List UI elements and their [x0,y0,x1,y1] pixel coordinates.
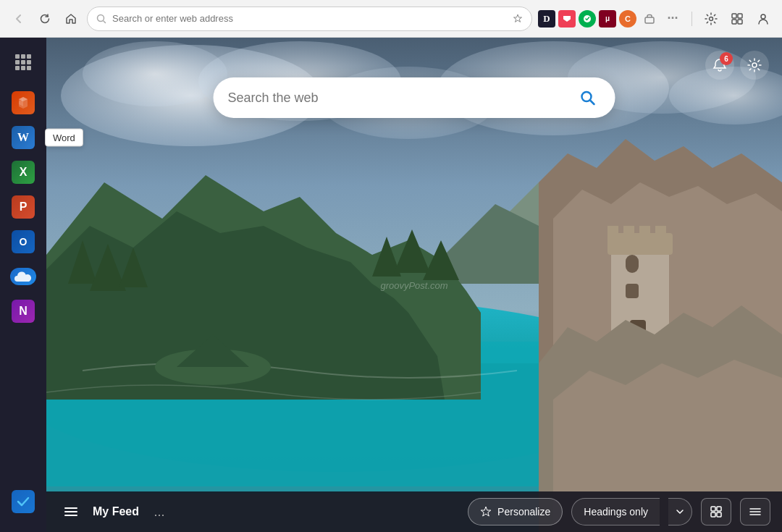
extension-toolbar: D μ C ··· [538,9,683,29]
notification-button[interactable]: 6 [705,51,734,80]
headings-caret-button[interactable] [668,498,692,525]
page-container: W Word X P O N [0,38,782,532]
svg-rect-1 [645,17,654,23]
svg-rect-31 [626,255,639,273]
ext-dashlane-icon[interactable]: D [538,10,555,28]
sidebar-item-word[interactable]: W Word [7,122,39,153]
svg-rect-6 [738,20,742,24]
chevron-down-icon [676,507,684,516]
browser-chrome: D μ C ··· [0,0,782,38]
onedrive-icon [10,268,36,285]
ext-c-icon[interactable]: C [619,10,636,28]
top-right-icons: 6 [705,51,769,80]
list-view-icon [749,505,762,518]
svg-point-0 [98,14,104,21]
search-button[interactable] [575,85,601,111]
svg-rect-49 [717,512,721,517]
address-input[interactable] [112,13,507,24]
sidebar-item-onenote[interactable]: N [7,295,39,327]
address-bar[interactable] [87,7,532,31]
svg-point-45 [752,63,757,67]
todo-icon [12,490,35,513]
ext-green-icon[interactable] [579,10,596,28]
word-icon: W [12,126,35,149]
bottom-bar: My Feed ... Personalize Headings only [46,491,782,532]
office-icon [12,91,35,114]
ext-more-icon[interactable]: ··· [663,9,683,29]
address-search-icon [96,14,106,24]
ext-ublock-icon[interactable]: μ [599,10,616,28]
svg-rect-27 [607,226,618,240]
main-content: groovyPost.com 6 [46,38,782,532]
grid-view-button[interactable] [701,498,731,525]
headings-only-button[interactable]: Headings only [571,498,660,525]
star-icon[interactable] [513,14,523,24]
search-icon [579,89,597,106]
page-settings-button[interactable] [740,51,769,80]
hamburger-icon [64,504,78,519]
onenote-icon: N [12,300,35,323]
apps-grid-icon [15,54,31,70]
svg-point-7 [761,14,765,19]
powerpoint-icon: P [12,195,35,219]
svg-rect-4 [738,14,742,18]
grid-view-icon [710,505,723,518]
personalize-button[interactable]: Personalize [468,498,563,525]
notification-badge: 6 [720,52,733,65]
star-personalize-icon [480,506,492,518]
svg-rect-48 [711,512,715,517]
sidebar-item-outlook[interactable]: O [7,226,39,258]
svg-rect-46 [711,507,715,511]
svg-point-11 [83,41,227,106]
sidebar-item-powerpoint[interactable]: P [7,191,39,223]
svg-rect-28 [623,226,634,240]
list-view-button[interactable] [740,498,770,525]
search-bar[interactable] [214,77,615,118]
svg-point-2 [710,17,713,20]
sidebar: W Word X P O N [0,38,46,532]
feed-more-button[interactable]: ... [148,500,171,523]
hamburger-menu-button[interactable] [58,499,84,525]
svg-rect-30 [655,226,666,240]
refresh-button[interactable] [35,9,55,29]
settings-gear-icon[interactable] [701,9,721,29]
sidebar-item-excel[interactable]: X [7,156,39,188]
ext-briefcase-icon[interactable] [639,9,660,29]
back-button[interactable] [9,9,29,29]
profile-icon[interactable] [753,9,773,29]
svg-rect-32 [626,284,639,298]
svg-rect-5 [732,20,736,24]
toolbar-divider [691,12,692,26]
svg-rect-47 [717,507,721,511]
my-feed-label: My Feed [93,505,139,518]
collections-icon[interactable] [727,9,747,29]
ext-pocket-icon[interactable] [558,10,576,28]
svg-rect-29 [639,226,650,240]
gear-icon [747,58,762,72]
sidebar-item-onedrive[interactable] [7,261,39,292]
outlook-icon: O [12,230,35,253]
sidebar-apps-button[interactable] [7,46,39,78]
search-container [214,77,615,118]
sidebar-item-office[interactable] [7,87,39,119]
svg-rect-3 [732,14,736,18]
sidebar-item-todo[interactable] [7,486,39,518]
home-button[interactable] [61,9,81,29]
excel-icon: X [12,161,35,184]
search-input[interactable] [228,90,575,106]
